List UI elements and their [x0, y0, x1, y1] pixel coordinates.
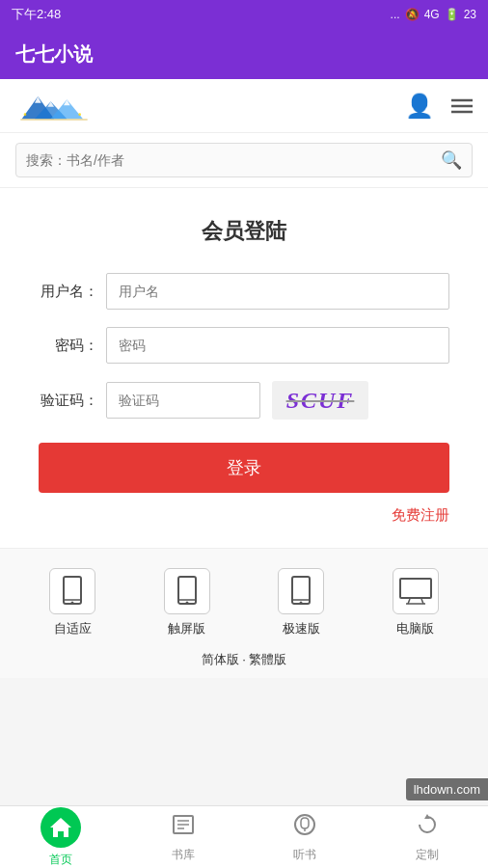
status-icons: ... 🔕 4G 🔋 23 — [391, 8, 476, 21]
login-button[interactable]: 登录 — [39, 443, 449, 493]
traditional-label[interactable]: 繁體版 — [249, 652, 286, 666]
search-bar: 🔍 — [0, 133, 488, 188]
svg-point-14 — [71, 602, 74, 605]
username-input[interactable] — [106, 273, 449, 310]
captcha-image[interactable]: SCUF — [272, 381, 368, 420]
nav-item-library[interactable]: 书库 — [122, 812, 245, 863]
svg-point-8 — [78, 113, 81, 116]
app-title: 七七小说 — [15, 41, 93, 68]
svg-point-17 — [185, 602, 188, 605]
no-signal-icon: 🔕 — [405, 8, 420, 21]
pc-icon — [393, 568, 439, 614]
home-label: 首页 — [49, 852, 72, 868]
logo-area — [15, 87, 93, 125]
version-item-adaptive[interactable]: 自适应 — [49, 568, 95, 637]
version-grid: 自适应 触屏版 极速版 电脑版 — [15, 568, 473, 637]
nav-item-home[interactable]: 首页 — [0, 807, 122, 868]
watermark: lhdown.com — [406, 778, 488, 800]
status-bar: 下午2:48 ... 🔕 4G 🔋 23 — [0, 0, 488, 29]
watermark-text: lhdown.com — [406, 778, 488, 800]
audio-label: 听书 — [293, 847, 316, 863]
version-item-fast[interactable]: 极速版 — [278, 568, 324, 637]
search-icon[interactable]: 🔍 — [441, 149, 462, 171]
network-type: 4G — [424, 8, 440, 21]
version-item-pc[interactable]: 电脑版 — [393, 568, 439, 637]
battery-level: 23 — [464, 8, 476, 21]
password-label: 密码： — [39, 337, 98, 355]
fast-icon — [278, 568, 324, 614]
custom-label: 定制 — [416, 847, 439, 863]
password-input[interactable] — [106, 327, 449, 364]
username-label: 用户名： — [39, 283, 98, 301]
audio-icon — [292, 812, 317, 843]
version-section: 自适应 触屏版 极速版 电脑版 简体版 · 繁體版 — [0, 548, 488, 678]
captcha-row: 验证码： SCUF — [39, 381, 449, 420]
register-link[interactable]: 免费注册 — [39, 506, 449, 525]
custom-icon — [415, 812, 440, 843]
battery-icon: 🔋 — [445, 8, 459, 21]
touch-icon — [164, 568, 210, 614]
pc-label: 电脑版 — [396, 620, 434, 637]
password-row: 密码： — [39, 327, 449, 364]
svg-point-7 — [24, 113, 27, 116]
svg-marker-25 — [50, 818, 71, 837]
library-icon — [171, 812, 196, 843]
simplified-label[interactable]: 简体版 — [202, 652, 239, 666]
captcha-label: 验证码： — [39, 392, 98, 410]
svg-rect-21 — [400, 579, 431, 598]
library-label: 书库 — [172, 847, 195, 863]
nav-item-audio[interactable]: 听书 — [244, 812, 366, 863]
username-row: 用户名： — [39, 273, 449, 310]
app-header: 七七小说 — [0, 29, 488, 79]
bottom-nav: 首页 书库 听书 定制 — [0, 805, 488, 868]
signal-icon: ... — [391, 8, 400, 21]
nav-icons: 👤 — [405, 93, 473, 120]
search-input-wrap[interactable]: 🔍 — [15, 143, 473, 177]
fast-label: 极速版 — [283, 620, 320, 637]
captcha-input[interactable] — [106, 382, 260, 419]
menu-icon[interactable] — [451, 98, 473, 114]
home-icon — [41, 807, 81, 848]
login-section: 会员登陆 用户名： 密码： 验证码： SCUF 登录 免费注册 — [0, 188, 488, 548]
version-sub: 简体版 · 繁體版 — [15, 651, 473, 668]
logo-image — [15, 87, 93, 125]
touch-label: 触屏版 — [168, 620, 205, 637]
captcha-input-area: SCUF — [106, 381, 368, 420]
nav-item-custom[interactable]: 定制 — [366, 812, 489, 863]
version-item-touch[interactable]: 触屏版 — [164, 568, 210, 637]
svg-point-20 — [300, 602, 303, 605]
captcha-code: SCUF — [286, 388, 355, 414]
user-icon[interactable]: 👤 — [405, 93, 434, 120]
search-input[interactable] — [26, 152, 441, 168]
status-time: 下午2:48 — [12, 6, 61, 23]
adaptive-icon — [49, 568, 95, 614]
login-title: 会员登陆 — [39, 217, 449, 246]
nav-bar: 👤 — [0, 79, 488, 133]
adaptive-label: 自适应 — [54, 620, 92, 637]
